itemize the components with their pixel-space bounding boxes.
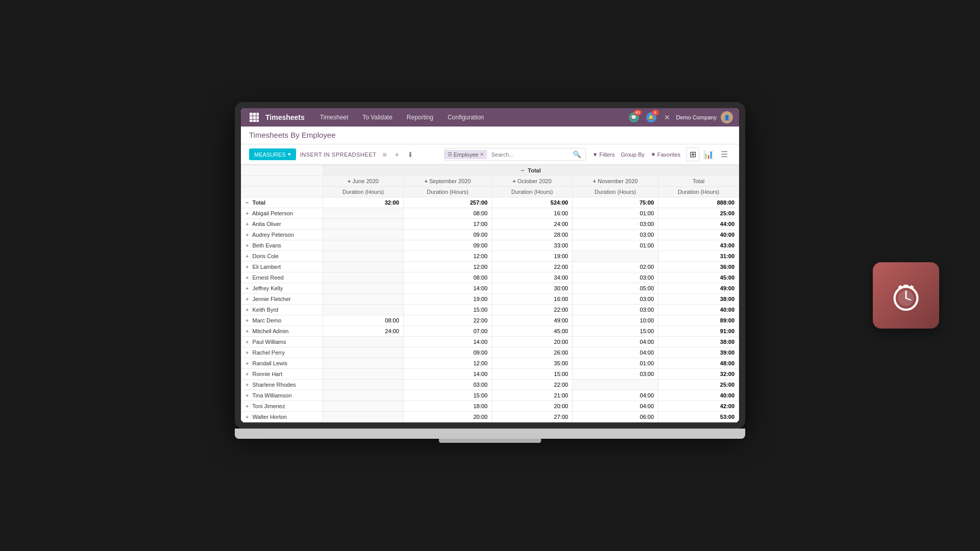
column-header-row-top: − Total [241,165,739,176]
row-expand-icon-19[interactable]: + [246,414,249,420]
grid-view-icon[interactable]: ⊞ [687,147,699,161]
table-row: + Ernest Reed 08:0034:0003:0045:00 [241,272,739,283]
employee-16-val-4: 25:00 [658,380,739,390]
employee-name-0: + Abigail Peterson [241,208,323,219]
filter-icon: ▼ [592,152,598,158]
nov-expand-icon[interactable]: + [593,178,596,184]
employee-7-val-1: 14:00 [403,283,492,294]
app-title: Timesheets [265,113,305,121]
view-icons: ⊞ 📊 ☰ [687,147,731,161]
employee-1-val-3: 03:00 [572,219,658,230]
employee-17-val-2: 21:00 [492,390,573,401]
search-button[interactable]: 🔍 [569,148,585,160]
column-duration-row: Duration (Hours) Duration (Hours) Durati… [241,187,739,197]
toolbar-right: ☰ Employee ✕ 🔍 ▼ Filters [444,147,731,161]
row-expand-icon-0[interactable]: + [246,210,249,216]
nav-configuration[interactable]: Configuration [440,108,491,127]
employee-1-val-0 [323,219,404,230]
row-expand-icon-3[interactable]: + [246,242,249,248]
add-icon[interactable]: + [393,149,401,160]
nav-links: Timesheet To Validate Reporting Configur… [313,108,627,127]
row-expand-icon-8[interactable]: + [246,296,249,302]
row-expand-icon-13[interactable]: + [246,349,249,356]
col-total: Total [658,176,739,187]
grid-menu-icon[interactable] [247,110,261,124]
total-value-1: 257:00 [403,197,492,208]
list-view-icon[interactable]: ☰ [718,147,731,161]
total-value-0: 32:00 [323,197,404,208]
employee-18-val-1: 18:00 [403,401,492,412]
employee-19-val-2: 27:00 [492,412,573,422]
employee-16-val-1: 03:00 [403,380,492,390]
row-expand-icon-5[interactable]: + [246,264,249,270]
table-row: + Eli Lambert 12:0022:0002:0036:00 [241,262,739,272]
table-row: + Mitchell Admin 24:0007:0045:0015:0091:… [241,326,739,337]
row-expand-icon-18[interactable]: + [246,403,249,409]
chat-count: 40 [634,110,642,115]
row-expand-icon-6[interactable]: + [246,274,249,281]
pivot-table: − Total + June 2020 [241,165,739,422]
nav-reporting[interactable]: Reporting [400,108,440,127]
svg-rect-0 [250,113,253,116]
employee-name-7: + Jeffrey Kelly [241,283,323,294]
nav-to-validate[interactable]: To Validate [355,108,399,127]
row-expand-icon-14[interactable]: + [246,360,249,366]
bell-badge[interactable]: 🔔 8 [645,111,658,124]
employee-14-val-0 [323,358,404,369]
row-expand-icon-16[interactable]: + [246,382,249,388]
nav-timesheet[interactable]: Timesheet [313,108,356,127]
row-expand-icon-1[interactable]: + [246,221,249,227]
pivot-table-container: − Total + June 2020 [241,165,739,422]
employee-7-val-2: 30:00 [492,283,573,294]
employee-6-val-0 [323,272,404,283]
measures-button[interactable]: MEASURES ▾ [249,148,296,160]
table-body: − Total 32:00257:00524:0075:00888:00 + A… [241,197,739,422]
oct-expand-icon[interactable]: + [512,178,516,184]
search-input[interactable] [487,149,569,160]
row-expand-icon-17[interactable]: + [246,392,249,398]
employee-13-val-4: 39:00 [658,347,739,358]
user-avatar[interactable]: 👤 [721,111,733,123]
nav-right: 💬 40 🔔 8 ✕ Demo Company 👤 [627,111,733,124]
row-expand-icon-7[interactable]: + [246,285,249,291]
employee-3-val-0 [323,240,404,251]
employee-name-8: + Jennie Fletcher [241,294,323,305]
laptop-base [235,429,745,439]
employee-16-val-0 [323,380,404,390]
june-expand-icon[interactable]: + [348,178,351,184]
table-row: + Toni Jimenez 18:0020:0004:0042:00 [241,401,739,412]
group-by-button[interactable]: Group By [621,152,644,158]
table-row: + Marc Demo 08:0022:0049:0010:0089:00 [241,315,739,326]
close-icon[interactable]: ✕ [662,111,672,123]
timer-icon [888,278,924,313]
download-icon[interactable]: ⬇ [405,149,415,160]
total-row-collapse[interactable]: − [246,199,249,206]
employee-13-val-1: 09:00 [403,347,492,358]
row-expand-icon-11[interactable]: + [246,328,249,334]
sep-expand-icon[interactable]: + [425,178,428,184]
employee-3-val-1: 09:00 [403,240,492,251]
row-expand-icon-2[interactable]: + [246,232,249,238]
employee-4-val-1: 12:00 [403,251,492,262]
employee-1-val-1: 17:00 [403,219,492,230]
row-expand-icon-4[interactable]: + [246,253,249,259]
chat-badge[interactable]: 💬 40 [627,111,641,124]
row-expand-icon-15[interactable]: + [246,371,249,377]
settings-icon[interactable]: ≡ [380,149,388,160]
employee-4-val-3 [572,251,658,262]
favorites-button[interactable]: ★ Favorites [651,151,680,158]
table-row: + Ronnie Hart 14:0015:0003:0032:00 [241,369,739,380]
total-collapse-icon[interactable]: − [521,167,524,173]
employee-2-val-1: 09:00 [403,230,492,240]
row-expand-icon-12[interactable]: + [246,339,249,345]
empty-month-header [241,176,323,187]
employee-18-val-2: 20:00 [492,401,573,412]
employee-1-val-2: 24:00 [492,219,573,230]
chart-view-icon[interactable]: 📊 [700,147,717,161]
row-expand-icon-9[interactable]: + [246,307,249,313]
search-tag-close-icon[interactable]: ✕ [480,152,484,157]
row-expand-icon-10[interactable]: + [246,317,249,323]
filters-button[interactable]: ▼ Filters [592,152,615,158]
insert-spreadsheet-button[interactable]: INSERT IN SPREADSHEET [300,152,376,158]
total-header: − Total [323,165,739,176]
